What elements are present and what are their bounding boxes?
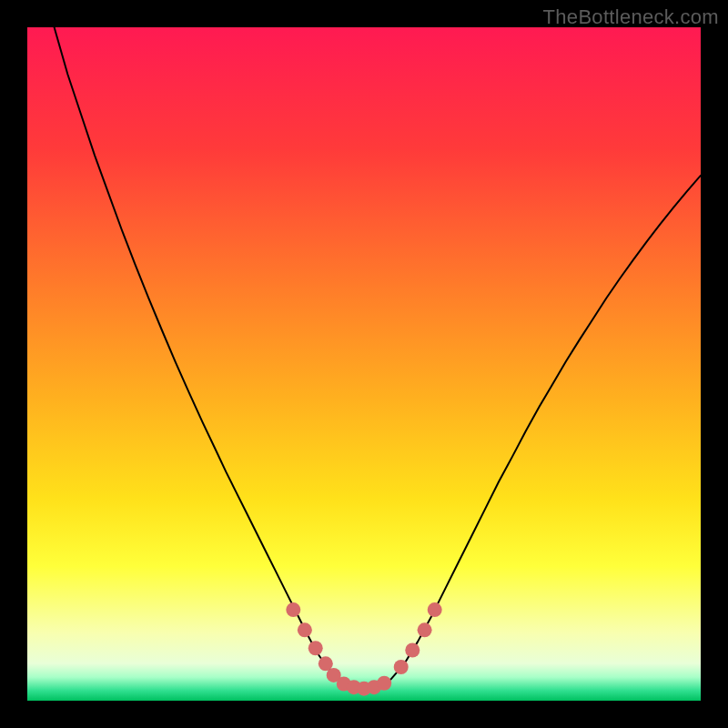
curve-marker xyxy=(286,602,300,617)
curve-marker xyxy=(418,622,432,637)
curve-marker xyxy=(428,602,442,617)
chart-frame: TheBottleneck.com xyxy=(0,0,728,728)
curve-marker xyxy=(308,641,323,655)
curve-marker xyxy=(298,622,312,637)
watermark-text: TheBottleneck.com xyxy=(543,5,719,29)
chart-background xyxy=(27,27,701,701)
curve-marker xyxy=(405,643,420,658)
chart-svg xyxy=(27,27,701,701)
curve-marker xyxy=(377,676,391,691)
chart-plot-area xyxy=(27,27,701,701)
curve-marker xyxy=(394,660,409,674)
